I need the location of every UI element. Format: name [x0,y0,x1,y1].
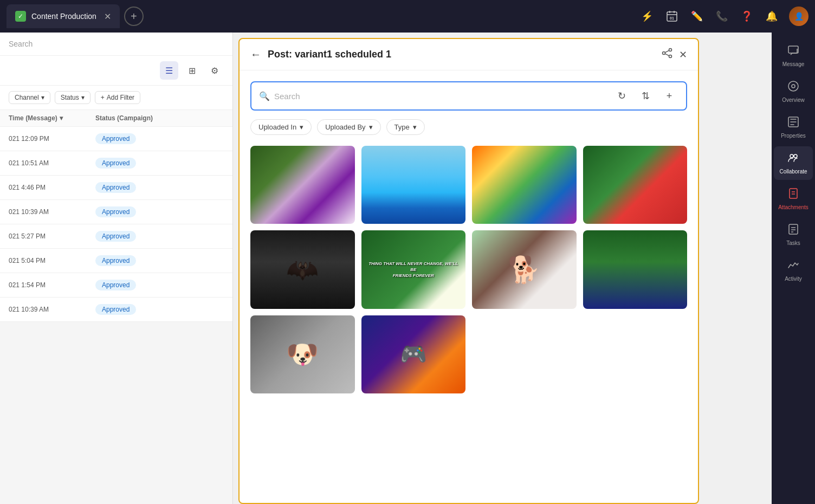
channel-chevron-icon: ▾ [41,94,44,101]
modal-title: Post: variant1 scheduled 1 [268,49,655,60]
refresh-icon[interactable]: ↻ [612,87,631,105]
geometric-image[interactable] [472,146,577,224]
left-search-area [0,33,232,56]
status-badge: Approved [95,231,136,242]
properties-label: Properties [781,133,806,139]
status-filter-label: Status [61,94,79,101]
uploaded-by-chevron-icon: ▾ [369,123,373,131]
sidebar-item-activity[interactable]: Activity [774,254,813,287]
status-badge: Approved [95,133,136,144]
table-rows: 021 12:09 PM Approved 021 10:51 AM Appro… [0,127,232,504]
add-tab-button[interactable]: + [124,7,144,26]
boat-image[interactable] [361,146,466,224]
husky-image[interactable]: 🐕 [472,230,577,308]
table-row[interactable]: 021 4:46 PM Approved [0,176,232,200]
uploaded-in-filter[interactable]: Uploaded In ▾ [250,119,312,135]
uploaded-in-chevron-icon: ▾ [300,123,303,131]
modal-header-actions: ✕ [662,48,687,61]
sidebar-item-tasks[interactable]: Tasks [774,218,813,251]
status-column-header: Status (Campaign) [95,114,224,122]
modal-body: 🔍 ↻ ⇅ + Uploaded In ▾ Uploaded By [240,70,698,503]
table-row[interactable]: 021 10:51 AM Approved [0,151,232,176]
svg-point-12 [792,85,795,88]
status-badge: Approved [95,206,136,217]
table-row[interactable]: 021 5:27 PM Approved [0,224,232,249]
calendar-icon[interactable]: 01 [664,9,680,24]
phone-icon[interactable]: 📞 [714,9,729,24]
status-badge: Approved [95,255,136,266]
list-view-button[interactable]: ☰ [160,61,178,80]
table-row[interactable]: 021 5:04 PM Approved [0,249,232,273]
add-media-button[interactable]: + [660,87,678,105]
media-search-input[interactable] [274,92,608,101]
svg-text:01: 01 [670,16,674,20]
tasks-label: Tasks [786,240,800,246]
table-row[interactable]: 021 10:39 AM Approved [0,298,232,322]
table-row[interactable]: 021 1:54 PM Approved [0,273,232,298]
add-filter-icon: + [101,94,105,101]
close-modal-button[interactable]: ✕ [679,49,687,61]
top-bar-icons: ⚡ 01 ✏️ 📞 ❓ 🔔 👤 [639,7,808,26]
bell-icon[interactable]: 🔔 [764,9,779,24]
image-grid: 🦇 THING THAT WILL NEVER CHANGE, WE'LL BE… [250,146,687,393]
back-button[interactable]: ← [250,48,261,61]
message-label: Message [782,61,805,67]
channel-filter[interactable]: Channel ▾ [9,91,50,104]
user-avatar[interactable]: 👤 [789,7,808,26]
flowers-image[interactable] [250,146,355,224]
svg-point-15 [794,154,797,158]
left-panel: ☰ ⊞ ⚙ Channel ▾ Status ▾ + Add Filter Ti… [0,33,233,504]
sidebar-item-properties[interactable]: Properties [774,111,813,144]
add-filter-button[interactable]: + Add Filter [95,91,140,104]
type-chevron-icon: ▾ [413,123,417,131]
tab-label: Content Production [31,12,96,21]
grid-view-button[interactable]: ⊞ [183,61,201,80]
sidebar-item-overview[interactable]: Overview [774,75,813,108]
sidebar-item-attachments[interactable]: Attachments [774,182,813,216]
time-column-header: Time (Message) ▾ [9,114,95,122]
status-filter[interactable]: Status ▾ [55,91,90,104]
activity-icon [787,259,799,274]
svg-rect-19 [789,224,798,234]
cell-time: 021 5:27 PM [9,232,95,240]
table-row[interactable]: 021 10:39 AM Approved [0,200,232,224]
coins-game-image[interactable]: 🎮 [361,315,466,393]
lightning-icon[interactable]: ⚡ [639,9,655,24]
batman-image[interactable]: 🦇 [250,230,355,308]
table-row[interactable]: 021 12:09 PM Approved [0,127,232,151]
tab-close-button[interactable]: ✕ [104,11,111,22]
overview-icon [787,80,799,95]
status-badge: Approved [95,280,136,290]
search-input[interactable] [9,40,224,48]
share-icon[interactable] [662,48,672,61]
sort-icon[interactable]: ▾ [60,114,63,122]
sidebar-item-message[interactable]: Message [774,39,813,73]
cell-status: Approved [95,255,224,266]
add-filter-label: Add Filter [107,94,134,101]
cell-status: Approved [95,133,224,144]
tab-icon: ✓ [15,11,26,22]
list-toolbar: ☰ ⊞ ⚙ [0,56,232,86]
media-search-bar: 🔍 ↻ ⇅ + [250,81,687,111]
channel-filter-label: Channel [15,94,39,101]
svg-line-8 [665,50,669,53]
type-filter[interactable]: Type ▾ [386,119,425,135]
activity-label: Activity [785,276,802,282]
forest-aerial-image[interactable] [583,230,688,308]
pencil-icon[interactable]: ✏️ [689,9,704,24]
collaborate-icon [787,152,799,166]
rose-image[interactable] [583,146,688,224]
sort-icon[interactable]: ⇅ [636,87,655,105]
filter-button[interactable]: ⚙ [205,61,224,80]
uploaded-by-filter[interactable]: Uploaded By ▾ [317,119,380,135]
sidebar-item-collaborate[interactable]: Collaborate [774,146,813,180]
status-chevron-icon: ▾ [81,94,85,101]
collaborate-label: Collaborate [779,169,807,175]
status-badge: Approved [95,304,136,315]
content-production-tab[interactable]: ✓ Content Production ✕ [7,4,120,28]
daisy-text-image[interactable]: THING THAT WILL NEVER CHANGE, WE'LL BEFR… [361,230,466,308]
help-icon[interactable]: ❓ [739,9,754,24]
svg-rect-16 [790,189,797,198]
overview-label: Overview [782,97,805,103]
dog-image[interactable]: 🐶 [250,315,355,393]
